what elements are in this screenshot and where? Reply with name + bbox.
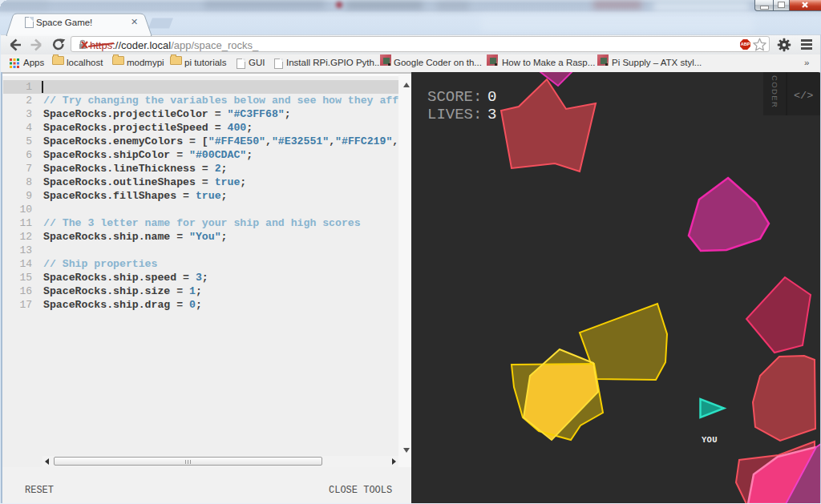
svg-text:YOU: YOU [702, 435, 718, 445]
svg-text:SCORE:: SCORE: [427, 88, 482, 106]
svg-text:CODER: CODER [770, 75, 779, 108]
svg-text:LIVES:: LIVES: [427, 106, 482, 123]
svg-text:0: 0 [487, 88, 496, 106]
svg-text:</>: </> [794, 90, 813, 102]
svg-text:3: 3 [487, 106, 496, 123]
